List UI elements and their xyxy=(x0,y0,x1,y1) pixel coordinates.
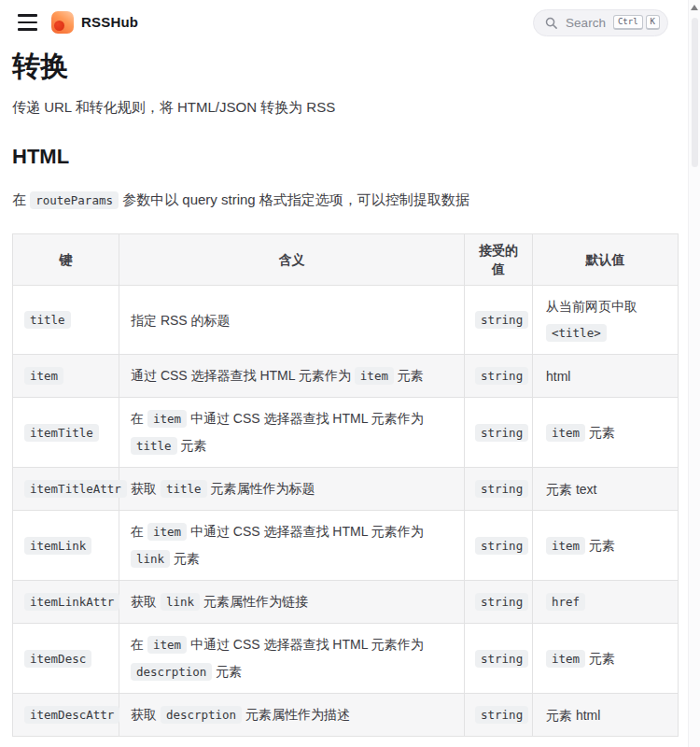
cell-key: itemDescAttr xyxy=(13,694,119,737)
cell-key: title xyxy=(13,286,119,355)
cell-default-value: item 元素 xyxy=(533,624,679,694)
scrollbar[interactable] xyxy=(688,0,700,747)
inline-code: string xyxy=(475,593,528,611)
inline-code: itemDescAttr xyxy=(24,706,119,724)
brand-link[interactable]: RSSHub xyxy=(51,11,138,34)
inline-code: item xyxy=(147,523,187,541)
inline-code: string xyxy=(475,537,528,555)
page-title: 转换 xyxy=(12,50,678,82)
table-row: itemTitleAttr获取 title 元素属性作为标题string元素 t… xyxy=(13,468,679,511)
cell-meaning: 在 item 中通过 CSS 选择器查找 HTML 元素作为 descrptio… xyxy=(119,624,465,694)
inline-code: string xyxy=(475,424,528,442)
table-row: item通过 CSS 选择器查找 HTML 元素作为 item 元素string… xyxy=(13,355,679,398)
cell-accepted-values: string xyxy=(465,624,533,694)
table-row: itemLinkAttr获取 link 元素属性作为链接stringhref xyxy=(13,581,679,624)
cell-default-value: 元素 html xyxy=(533,694,679,737)
inline-code: link xyxy=(131,550,170,568)
cell-key: itemTitleAttr xyxy=(13,468,119,511)
hamburger-menu-button[interactable] xyxy=(16,10,39,34)
search-label: Search xyxy=(566,16,606,30)
table-header-row: 键 含义 接受的值 默认值 xyxy=(13,234,679,286)
cell-meaning: 在 item 中通过 CSS 选择器查找 HTML 元素作为 title 元素 xyxy=(119,398,465,468)
cell-key: itemDesc xyxy=(13,624,119,694)
cell-key: itemLinkAttr xyxy=(13,581,119,624)
cell-default-value: html xyxy=(533,355,679,398)
inline-code: string xyxy=(475,650,528,668)
brand-title: RSSHub xyxy=(81,14,138,30)
cell-meaning: 指定 RSS 的标题 xyxy=(119,286,465,355)
search-shortcut: Ctrl K xyxy=(613,15,660,30)
inline-code: <title> xyxy=(546,324,607,342)
section-intro: 在 routeParams 参数中以 query string 格式指定选项，可… xyxy=(12,189,678,212)
inline-code: itemLinkAttr xyxy=(24,593,119,611)
column-header-default-value: 默认值 xyxy=(533,234,679,286)
inline-code: title xyxy=(161,480,207,498)
table-body: title指定 RSS 的标题string从当前网页中取 <title>item… xyxy=(13,286,679,737)
inline-code: string xyxy=(475,706,528,724)
cell-default-value: 元素 text xyxy=(533,468,679,511)
scrollbar-thumb[interactable] xyxy=(692,18,698,167)
inline-code: item xyxy=(24,367,63,385)
table-row: title指定 RSS 的标题string从当前网页中取 <title> xyxy=(13,286,679,355)
inline-code: string xyxy=(475,480,528,498)
inline-code: itemDesc xyxy=(24,650,91,668)
column-header-accepted-values: 接受的值 xyxy=(465,234,533,286)
hamburger-bar xyxy=(18,14,37,16)
cell-meaning: 获取 title 元素属性作为标题 xyxy=(119,468,465,511)
cell-default-value: href xyxy=(533,581,679,624)
cell-key: itemTitle xyxy=(13,398,119,468)
inline-code: item xyxy=(147,410,187,428)
column-header-meaning: 含义 xyxy=(119,234,465,286)
inline-code: item xyxy=(546,650,585,668)
inline-code: string xyxy=(475,311,528,329)
inline-code: item xyxy=(355,367,394,385)
inline-code: itemTitleAttr xyxy=(24,480,127,498)
cell-accepted-values: string xyxy=(465,468,533,511)
inline-code: link xyxy=(161,593,200,611)
inline-code: href xyxy=(546,593,585,611)
search-icon xyxy=(544,16,558,30)
inline-code: descrption xyxy=(131,663,212,681)
inline-code: title xyxy=(131,437,177,455)
options-table: 键 含义 接受的值 默认值 title指定 RSS 的标题string从当前网页… xyxy=(12,233,679,737)
table-row: itemLink在 item 中通过 CSS 选择器查找 HTML 元素作为 l… xyxy=(13,511,679,581)
doc-content: 转换 传递 URL 和转化规则，将 HTML/JSON 转换为 RSS HTML… xyxy=(12,50,678,747)
cell-meaning: 通过 CSS 选择器查找 HTML 元素作为 item 元素 xyxy=(119,355,465,398)
inline-code: item xyxy=(546,537,585,555)
rsshub-logo-icon xyxy=(51,11,74,34)
cell-meaning: 获取 link 元素属性作为链接 xyxy=(119,581,465,624)
cell-accepted-values: string xyxy=(465,355,533,398)
cell-default-value: item 元素 xyxy=(533,398,679,468)
hamburger-bar xyxy=(18,28,37,30)
key-ctrl: Ctrl xyxy=(613,15,643,30)
table-row: itemTitle在 item 中通过 CSS 选择器查找 HTML 元素作为 … xyxy=(13,398,679,468)
cell-accepted-values: string xyxy=(465,581,533,624)
inline-code: itemLink xyxy=(24,537,91,555)
cell-meaning: 获取 descrption 元素属性作为描述 xyxy=(119,694,465,737)
table-row: itemDescAttr获取 descrption 元素属性作为描述string… xyxy=(13,694,679,737)
cell-meaning: 在 item 中通过 CSS 选择器查找 HTML 元素作为 link 元素 xyxy=(119,511,465,581)
inline-code: string xyxy=(475,367,528,385)
column-header-key: 键 xyxy=(13,234,119,286)
cell-accepted-values: string xyxy=(465,694,533,737)
cell-default-value: item 元素 xyxy=(533,511,679,581)
cell-key: itemLink xyxy=(13,511,119,581)
section-heading-html: HTML xyxy=(12,145,678,169)
inline-code: item xyxy=(147,636,187,654)
cell-accepted-values: string xyxy=(465,511,533,581)
page-subtitle: 传递 URL 和转化规则，将 HTML/JSON 转换为 RSS xyxy=(12,98,678,117)
scroll-up-arrow-icon[interactable] xyxy=(691,5,698,10)
nav-left: RSSHub xyxy=(12,10,138,34)
cell-default-value: 从当前网页中取 <title> xyxy=(533,286,679,355)
table-row: itemDesc在 item 中通过 CSS 选择器查找 HTML 元素作为 d… xyxy=(13,624,679,694)
inline-code: descrption xyxy=(161,706,242,724)
cell-key: item xyxy=(13,355,119,398)
inline-code: item xyxy=(546,424,585,442)
cell-accepted-values: string xyxy=(465,398,533,468)
key-k: K xyxy=(646,15,660,30)
search-button[interactable]: Search Ctrl K xyxy=(533,9,668,36)
cell-accepted-values: string xyxy=(465,286,533,355)
hamburger-bar xyxy=(18,21,37,23)
inline-code: title xyxy=(24,311,71,329)
page: RSSHub Search Ctrl K 转换 传递 URL 和转化规则，将 H… xyxy=(0,0,700,747)
